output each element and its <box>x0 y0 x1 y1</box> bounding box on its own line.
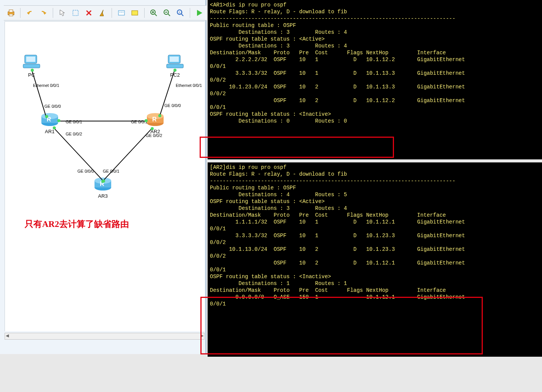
link-end <box>151 127 154 130</box>
link-end <box>145 119 148 122</box>
pc-icon <box>22 54 41 70</box>
separator <box>112 8 112 18</box>
link <box>103 128 152 181</box>
link-end <box>53 126 56 129</box>
svg-text:R: R <box>152 116 157 123</box>
text-box-icon[interactable] <box>117 8 125 17</box>
device-pc1[interactable]: PC <box>22 54 41 78</box>
svg-point-7 <box>123 12 123 13</box>
annotation-text: 只有AR2去计算了缺省路由 <box>25 218 129 230</box>
zoom-out-icon[interactable] <box>163 8 171 17</box>
print-icon[interactable] <box>7 8 15 17</box>
toolbar: 1:1 <box>4 5 206 20</box>
svg-rect-18 <box>167 64 183 68</box>
interface-label: Ethernet 0/0/1 <box>176 83 202 88</box>
interface-label: GE 0/0/2 <box>66 132 82 136</box>
redo-icon[interactable] <box>39 8 47 17</box>
svg-rect-14 <box>26 57 35 62</box>
device-label: PC2 <box>166 72 184 78</box>
svg-rect-4 <box>118 11 124 15</box>
interface-label: GE 0/0/0 <box>164 103 181 108</box>
interface-label: GE 0/0/0 <box>77 169 94 173</box>
device-pc2[interactable]: PC2 <box>166 54 184 78</box>
pointer-icon[interactable] <box>58 8 66 17</box>
broom-icon[interactable] <box>98 8 106 17</box>
topology-canvas[interactable]: PC Ethernet 0/0/1 PC2 Ethernet 0/0/1 R A… <box>5 21 205 331</box>
undo-icon[interactable] <box>26 8 34 17</box>
link-end <box>31 69 34 72</box>
horizontal-scrollbar[interactable] <box>5 333 205 340</box>
svg-point-5 <box>120 12 120 13</box>
interface-label: GE 0/0/0 <box>44 104 61 109</box>
separator <box>144 8 145 18</box>
svg-rect-17 <box>170 57 179 62</box>
svg-point-6 <box>121 12 122 13</box>
interface-label: GE 0/0/2 <box>146 133 162 138</box>
zoom-in-icon[interactable] <box>150 8 158 17</box>
link-end <box>158 114 161 117</box>
link-end <box>101 180 104 183</box>
separator <box>190 8 190 18</box>
device-label: PC <box>22 72 41 78</box>
separator <box>20 8 20 18</box>
link-end <box>57 119 60 122</box>
svg-rect-3 <box>73 10 78 16</box>
terminal-ar2[interactable]: [AR2]dis ip rou pro ospf Route Flags: R … <box>208 162 542 357</box>
svg-rect-15 <box>23 64 40 68</box>
select-rect-icon[interactable] <box>72 8 80 17</box>
device-label: AR3 <box>94 193 112 199</box>
interface-label: GE 0/0/1 <box>66 120 82 124</box>
router-icon: R <box>146 112 164 127</box>
zoom-fit-icon[interactable]: 1:1 <box>176 8 184 17</box>
svg-rect-1 <box>9 10 13 12</box>
play-icon[interactable] <box>195 8 203 17</box>
svg-rect-8 <box>132 11 138 15</box>
router-icon: R <box>94 176 112 191</box>
palette-icon[interactable] <box>131 8 139 17</box>
router-icon: R <box>41 112 59 127</box>
link-end <box>173 69 176 72</box>
link-end <box>45 115 48 118</box>
delete-icon[interactable] <box>85 8 93 17</box>
svg-text:1:1: 1:1 <box>178 11 183 14</box>
svg-rect-2 <box>9 14 13 16</box>
link <box>59 121 147 121</box>
separator <box>53 8 53 18</box>
simulator-panel: 1:1 PC Ethernet 0/0/1 PC2 Ethernet 0/0/1… <box>0 0 206 354</box>
pc-icon <box>166 54 184 70</box>
terminal-ar1[interactable]: <AR1>dis ip rou pro ospf Route Flags: R … <box>208 0 542 159</box>
